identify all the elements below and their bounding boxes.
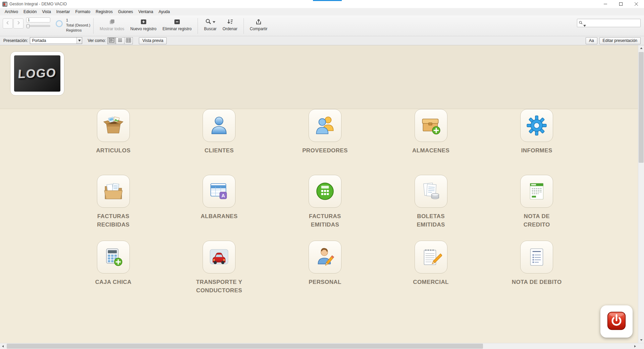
separator (93, 18, 94, 34)
formatting-button[interactable]: Aa (586, 37, 597, 44)
preview-button[interactable]: Vista previa (139, 37, 166, 44)
tile-transporte-y-conductores[interactable]: TRANSPORTE Y CONDUCTORES (166, 241, 272, 306)
chevron-left-icon (5, 20, 10, 27)
view-mode-group (108, 37, 133, 44)
facturas-recibidas-icon (97, 175, 130, 208)
app-icon (2, 2, 7, 7)
tile-nota-de-credito[interactable]: NOTA DE CREDITO (484, 175, 590, 241)
table-view-icon (126, 38, 131, 44)
tiles-grid: ARTICULOSCLIENTESPROVEEDORESALMACENESINF… (60, 109, 590, 306)
tile-label: NOTA DE DEBITO (512, 278, 562, 287)
layout-content: LOGO ARTICULOSCLIENTESPROVEEDORESALMACEN… (0, 45, 638, 343)
tile-boletas-emitidas[interactable]: BOLETAS EMITIDAS (378, 175, 484, 241)
menu-item-registros[interactable]: Registros (93, 8, 115, 15)
close-button[interactable] (629, 0, 644, 8)
share-icon (255, 18, 262, 26)
presentation-dropdown[interactable]: Portada (30, 37, 82, 44)
tile-clientes[interactable]: CLIENTES (166, 109, 272, 175)
menu-item-ayuda[interactable]: Ayuda (156, 8, 173, 15)
tile-albaranes[interactable]: AALBARANES (166, 175, 272, 241)
maximize-button[interactable] (613, 0, 629, 8)
separator (198, 18, 198, 34)
menu-item-edicion[interactable]: Edición (21, 8, 39, 15)
sort-button[interactable]: Ordenar (220, 17, 240, 35)
quick-search-input[interactable] (587, 20, 639, 27)
scroll-right-icon[interactable] (632, 343, 638, 349)
menu-item-formato[interactable]: Formato (73, 8, 93, 15)
record-slider[interactable] (26, 25, 50, 27)
previous-record-button[interactable] (3, 18, 13, 29)
vertical-scroll-thumb[interactable] (639, 52, 644, 163)
scroll-left-icon[interactable] (0, 343, 6, 349)
tile-label: CAJA CHICA (95, 278, 131, 287)
record-number-box[interactable]: 1 (26, 17, 50, 22)
albaranes-icon: A (203, 175, 235, 208)
next-record-button[interactable] (13, 18, 23, 29)
new-record-button[interactable]: Nuevo registro (127, 17, 160, 35)
tile-label: BOLETAS EMITIDAS (405, 212, 457, 229)
sort-icon (227, 18, 233, 26)
informes-icon (520, 109, 553, 142)
menu-item-ventana[interactable]: Ventana (136, 8, 156, 15)
tile-articulos[interactable]: ARTICULOS (60, 109, 166, 175)
menu-item-guiones[interactable]: Guiones (115, 8, 136, 15)
chevron-right-icon (16, 20, 21, 27)
tile-label: ARTICULOS (96, 147, 130, 155)
horizontal-scroll-thumb[interactable] (7, 344, 483, 349)
form-view-button[interactable] (107, 37, 116, 44)
delete-record-icon (174, 18, 180, 26)
power-icon (606, 310, 627, 333)
chevron-down-icon[interactable] (213, 19, 215, 24)
stack-icon (109, 18, 115, 26)
header-strip (0, 45, 638, 109)
minimize-button[interactable] (598, 0, 613, 8)
chevron-down-icon (76, 38, 82, 44)
tile-personal[interactable]: PERSONAL (272, 241, 378, 306)
delete-record-button[interactable]: Eliminar registro (160, 17, 195, 35)
show-all-button[interactable]: Mostrar todos (97, 17, 127, 35)
menu-item-insertar[interactable]: Insertar (54, 8, 73, 15)
tile-proveedores[interactable]: PROVEEDORES (272, 109, 378, 175)
tile-facturas-emitidas[interactable]: FACTURAS EMITIDAS (272, 175, 378, 241)
table-view-button[interactable] (124, 37, 133, 44)
logo-card: LOGO (10, 51, 64, 96)
scroll-down-icon[interactable] (638, 337, 644, 343)
menu-item-vista[interactable]: Vista (39, 8, 53, 15)
list-view-button[interactable] (116, 37, 124, 44)
horizontal-scroll-track[interactable] (6, 343, 632, 349)
layout-bar: Presentación: Portada Ver como: Vista pr… (0, 36, 644, 45)
tile-comercial[interactable]: COMERCIAL (378, 241, 484, 306)
proveedores-icon (309, 109, 341, 142)
horizontal-scrollbar[interactable] (0, 343, 644, 349)
form-view-icon (109, 38, 114, 44)
scroll-up-icon[interactable] (638, 45, 644, 51)
tile-almacenes[interactable]: ALMACENES (378, 109, 484, 175)
chevron-down-icon[interactable] (583, 22, 586, 24)
menu-item-archivo[interactable]: Archivo (2, 8, 21, 15)
share-button[interactable]: Compartir (247, 17, 271, 35)
window-title: Gestion Integral - DEMO VACIO (9, 2, 67, 6)
vertical-scroll-track[interactable] (638, 51, 644, 337)
quick-search-box[interactable] (577, 19, 641, 27)
tile-caja-chica[interactable]: CAJA CHICA (60, 241, 166, 306)
title-bar: Gestion Integral - DEMO VACIO (0, 0, 644, 8)
menu-bar: ArchivoEdiciónVistaInsertarFormatoRegist… (0, 8, 644, 15)
tile-label: INFORMES (521, 147, 552, 155)
record-count: 1 (66, 18, 90, 23)
progress-ring-icon (56, 20, 63, 27)
tile-facturas-recibidas[interactable]: FACTURAS RECIBIDAS (60, 175, 166, 241)
boletas-emitidas-icon (415, 175, 447, 208)
transporte-icon (203, 241, 235, 273)
clientes-icon (203, 109, 235, 142)
record-slider-thumb[interactable] (26, 24, 30, 28)
tile-label: CLIENTES (205, 147, 234, 155)
exit-button[interactable] (600, 305, 633, 338)
edit-layout-button[interactable]: Editar presentación (599, 37, 641, 44)
vertical-scrollbar[interactable] (638, 45, 644, 343)
tile-nota-de-debito[interactable]: NOTA DE DEBITO (484, 241, 590, 306)
window-controls (598, 0, 644, 8)
tile-label: FACTURAS EMITIDAS (299, 212, 351, 229)
tile-informes[interactable]: INFORMES (484, 109, 590, 175)
svg-text:A: A (222, 193, 225, 198)
find-button[interactable]: Buscar (201, 17, 219, 35)
